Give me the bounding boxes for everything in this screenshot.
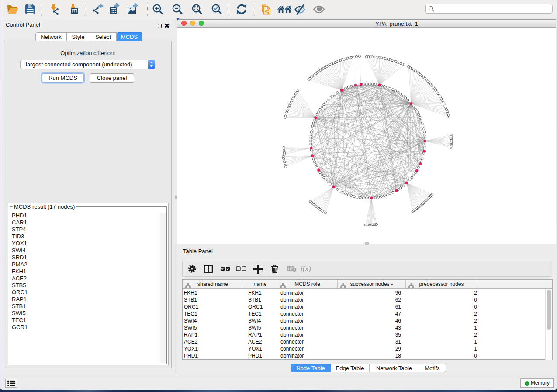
svg-text:f(x): f(x) bbox=[301, 265, 311, 273]
